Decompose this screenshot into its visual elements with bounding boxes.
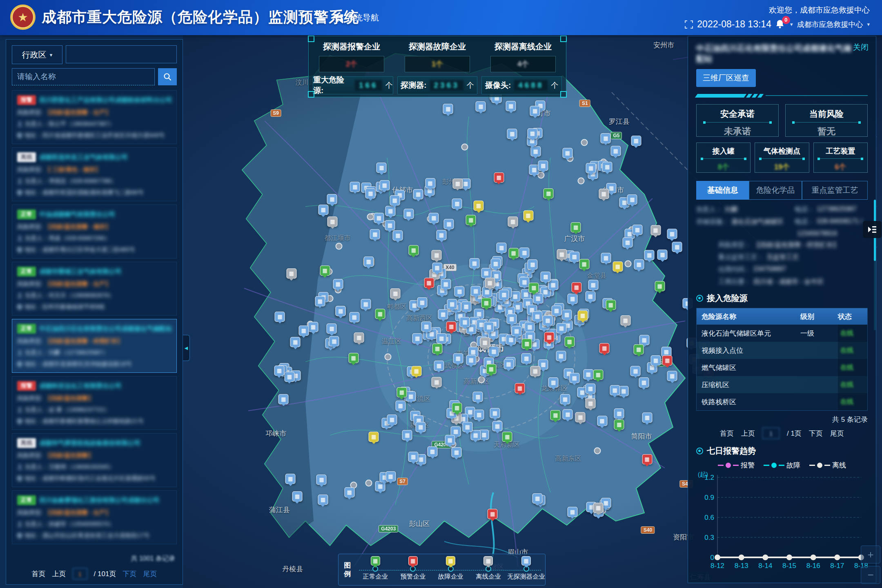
map-company-marker[interactable]: ▦ (631, 136, 641, 146)
org-dropdown[interactable]: 成都市应急救援中心 (797, 20, 863, 29)
map-company-marker[interactable]: ▦ (492, 421, 503, 431)
map-company-marker[interactable]: ▦ (308, 322, 318, 332)
map-dot-marker[interactable] (384, 354, 391, 361)
map-company-marker[interactable]: ▦ (453, 353, 463, 363)
map-dot-marker[interactable] (625, 260, 632, 267)
map-company-marker[interactable]: ▦ (599, 343, 610, 353)
search-button[interactable] (158, 68, 177, 85)
map-company-marker[interactable]: ▦ (488, 509, 498, 519)
map-company-marker[interactable]: ▦ (655, 281, 665, 292)
map-company-marker[interactable]: ▦ (374, 213, 384, 223)
zoom-out-button[interactable]: − (861, 566, 880, 584)
map-company-marker[interactable]: ▦ (361, 299, 371, 309)
map-dot-marker[interactable] (335, 243, 342, 250)
map-company-marker[interactable]: ▦ (503, 359, 514, 369)
map-company-marker[interactable]: ▦ (390, 196, 400, 206)
map-company-marker[interactable]: ▦ (428, 446, 438, 457)
map-company-marker[interactable]: ▦ (437, 230, 447, 240)
map-company-marker[interactable]: ▦ (569, 373, 579, 383)
map-company-marker[interactable]: ▦ (560, 394, 570, 404)
map-company-marker[interactable]: ▦ (490, 408, 500, 418)
map-company-marker[interactable]: ▦ (575, 412, 586, 422)
page-number-input[interactable]: 1 (762, 428, 780, 439)
map-company-marker[interactable]: ▦ (473, 392, 483, 402)
map-company-marker[interactable]: ▦ (451, 447, 461, 457)
hazard-table-row[interactable]: 铁路栈桥区在线 (697, 393, 867, 410)
region-select[interactable]: 行政区 ▾ (12, 45, 62, 64)
map-dot-marker[interactable] (594, 448, 601, 454)
map-company-marker[interactable]: ▦ (454, 286, 465, 296)
map-company-marker[interactable]: ▦ (412, 333, 423, 343)
map-company-marker[interactable]: ▦ (667, 371, 677, 381)
map-company-marker[interactable]: ▦ (315, 296, 325, 306)
map-company-marker[interactable]: ▦ (444, 219, 454, 229)
hazard-table-row[interactable]: 视频接入点位在线 (697, 342, 867, 359)
map-company-marker[interactable]: ▦ (497, 243, 507, 253)
map-company-marker[interactable]: ▦ (548, 378, 559, 388)
map-company-marker[interactable]: ▦ (586, 163, 596, 173)
map-company-marker[interactable]: ▦ (432, 250, 442, 261)
map-company-marker[interactable]: ▦ (403, 209, 414, 219)
map-company-marker[interactable]: ▦ (336, 306, 346, 316)
map-company-marker[interactable]: ▦ (525, 322, 535, 332)
map-company-marker[interactable]: ▦ (390, 288, 401, 298)
map-company-marker[interactable]: ▦ (521, 353, 532, 363)
map-company-marker[interactable]: ▦ (480, 338, 490, 348)
map-company-marker[interactable]: ▦ (556, 351, 566, 361)
company-list-item[interactable]: 正常 四川金象赛瑞化工股份有限公司成都分公司 风险类型: 【四级/蓝色预警 - … (12, 490, 177, 544)
map-company-marker[interactable]: ▦ (376, 163, 387, 173)
map-company-marker[interactable]: ▦ (350, 182, 360, 192)
map-company-marker[interactable]: ▦ (318, 494, 328, 505)
map-company-marker[interactable]: ▦ (634, 344, 644, 354)
sidebar-collapse-tab[interactable]: ◀ (183, 335, 190, 361)
map-company-marker[interactable]: ▦ (284, 372, 294, 382)
map-company-marker[interactable]: ▦ (579, 259, 589, 269)
search-input[interactable] (12, 68, 155, 85)
map-company-marker[interactable]: ▦ (556, 323, 566, 334)
map-company-marker[interactable]: ▦ (578, 310, 588, 321)
map-company-marker[interactable]: ▦ (564, 336, 575, 347)
map-company-marker[interactable]: ▦ (528, 128, 538, 138)
map-company-marker[interactable]: ▦ (421, 321, 432, 332)
last-page-button[interactable]: 尾页 (830, 429, 844, 438)
tab-basic-info[interactable]: 基础信息 (696, 181, 749, 200)
map-company-marker[interactable]: ▦ (550, 410, 561, 420)
map-company-marker[interactable]: ▦ (567, 507, 577, 517)
map-company-marker[interactable]: ▦ (650, 355, 661, 365)
hazard-table-row[interactable]: 压缩机区在线 (697, 376, 867, 393)
map-company-marker[interactable]: ▦ (657, 250, 668, 260)
map-company-marker[interactable]: ▦ (499, 290, 509, 300)
map-company-marker[interactable]: ▦ (402, 430, 412, 440)
map-company-marker[interactable]: ▦ (318, 205, 328, 215)
map-company-marker[interactable]: ▦ (285, 474, 296, 484)
map-company-marker[interactable]: ▦ (408, 245, 419, 256)
map-company-marker[interactable]: ▦ (532, 311, 543, 321)
map-company-marker[interactable]: ▦ (642, 412, 652, 423)
map-company-marker[interactable]: ▦ (460, 317, 470, 327)
trend-legend-item[interactable]: 报警 (718, 461, 755, 470)
trend-legend-item[interactable]: 故障 (764, 461, 800, 470)
chevron-down-icon[interactable]: ▾ (867, 21, 870, 27)
first-page-button[interactable]: 首页 (32, 569, 46, 579)
map-company-marker[interactable]: ▦ (481, 298, 492, 308)
map-company-marker[interactable]: ▦ (490, 258, 501, 269)
map-company-marker[interactable]: ▦ (275, 312, 285, 322)
company-list-item[interactable]: 离线 成都双流华龙工业气体有限公司 风险类型: 【 三级/黄色 - 储存】 负责… (12, 147, 177, 201)
map-company-marker[interactable]: ▦ (529, 283, 539, 293)
map-company-marker[interactable]: ▦ (370, 229, 380, 240)
map-company-marker[interactable]: ▦ (593, 503, 604, 513)
map-company-marker[interactable]: ▦ (543, 316, 553, 326)
map-company-marker[interactable]: ▦ (528, 259, 538, 270)
map-company-marker[interactable]: ▦ (530, 366, 540, 376)
map-dot-marker[interactable] (581, 139, 588, 146)
map-company-marker[interactable]: ▦ (583, 369, 593, 379)
map-dot-marker[interactable] (461, 143, 468, 150)
map-company-marker[interactable]: ▦ (599, 189, 609, 199)
company-list-item[interactable]: 正常 中油成都燃气有限责任公司 风险类型: 【四级/蓝色预警 - 储存】 负责人… (12, 205, 177, 258)
map-company-marker[interactable]: ▦ (485, 278, 495, 288)
tab-key-processes[interactable]: 重点监管工艺 (802, 181, 868, 200)
system-nav-button[interactable]: 系统导航 (336, 12, 379, 23)
map-company-marker[interactable]: ▦ (606, 300, 616, 310)
map-company-marker[interactable]: ▦ (506, 101, 516, 111)
map-company-marker[interactable]: ▦ (614, 408, 624, 419)
